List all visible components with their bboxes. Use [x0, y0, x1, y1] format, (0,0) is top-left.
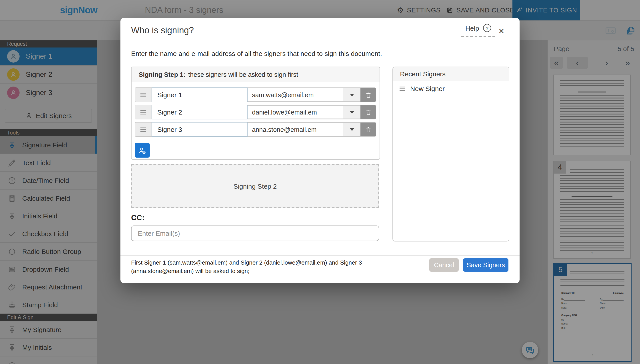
recent-signer-item[interactable]: New Signer	[393, 81, 509, 96]
signer-name-input[interactable]	[152, 122, 248, 137]
chevron-down-icon	[350, 111, 354, 114]
email-dropdown-button[interactable]	[343, 122, 360, 136]
signing-step-1-title: Signing Step 1:	[139, 71, 185, 78]
modal-title: Who is signing?	[131, 25, 194, 36]
signer-email-value[interactable]: daniel.lowe@email.em	[248, 105, 343, 119]
cc-label: CC:	[131, 214, 144, 222]
question-circle-icon: ?	[483, 24, 491, 32]
recent-signer-label: New Signer	[410, 85, 445, 92]
signing-step-1-subtitle: these signers will be asked to sign firs…	[188, 71, 298, 78]
drag-handle-icon	[399, 86, 406, 91]
modal-instruction: Enter the name and e-mail address of all…	[131, 50, 382, 57]
signer-name-input[interactable]	[152, 88, 248, 102]
email-dropdown-button[interactable]	[343, 88, 360, 102]
trash-icon	[365, 91, 372, 98]
cancel-button[interactable]: Cancel	[429, 258, 459, 272]
help-label: Help	[465, 24, 479, 32]
modal-header: Who is signing? Help ? ×	[120, 18, 520, 42]
modal-footer: First Signer 1 (sam.watts@email.em) and …	[120, 255, 520, 283]
trash-icon	[365, 126, 372, 133]
help-link[interactable]: Help ?	[461, 24, 495, 37]
chevron-down-icon	[350, 128, 354, 131]
signer-email-value[interactable]: anna.stone@email.em	[248, 122, 343, 136]
signing-order-summary: First Signer 1 (sam.watts@email.em) and …	[131, 258, 424, 276]
signnow-editor: signNow NDA form - 3 signers ⚙ SETTINGS …	[0, 0, 640, 364]
delete-signer-button[interactable]	[360, 122, 376, 136]
signing-step-2-label: Signing Step 2	[233, 182, 277, 190]
trash-icon	[365, 108, 372, 116]
recent-signers-panel: Recent Signers New Signer	[392, 66, 509, 242]
signing-step-1-header: Signing Step 1: these signers will be as…	[132, 67, 379, 82]
add-signer-button[interactable]	[135, 143, 150, 158]
recent-signers-title: Recent Signers	[393, 67, 509, 81]
drag-handle-icon[interactable]	[135, 105, 152, 119]
signer-name-input[interactable]	[152, 105, 248, 120]
signing-step-2-dropzone[interactable]: Signing Step 2	[131, 164, 379, 208]
save-signers-button[interactable]: Save Signers	[463, 258, 508, 272]
drag-handle-icon[interactable]	[135, 88, 152, 102]
signer-email-value[interactable]: sam.watts@email.em	[248, 88, 343, 102]
who-is-signing-modal: Who is signing? Help ? × Enter the name …	[120, 18, 520, 283]
help-dashed-underline	[461, 36, 495, 37]
cc-email-input[interactable]	[131, 226, 379, 241]
delete-signer-button[interactable]	[360, 105, 376, 119]
signing-step-1-box: Signing Step 1: these signers will be as…	[131, 66, 380, 160]
signer-row: anna.stone@email.em	[135, 122, 376, 137]
header-divider	[127, 42, 514, 43]
delete-signer-button[interactable]	[360, 88, 376, 102]
drag-handle-icon[interactable]	[135, 122, 152, 136]
signer-row: sam.watts@email.em	[135, 88, 376, 102]
close-icon[interactable]: ×	[499, 26, 504, 36]
signer-row: daniel.lowe@email.em	[135, 105, 376, 120]
chevron-down-icon	[350, 94, 354, 96]
person-add-icon	[138, 146, 147, 155]
email-dropdown-button[interactable]	[343, 105, 360, 119]
